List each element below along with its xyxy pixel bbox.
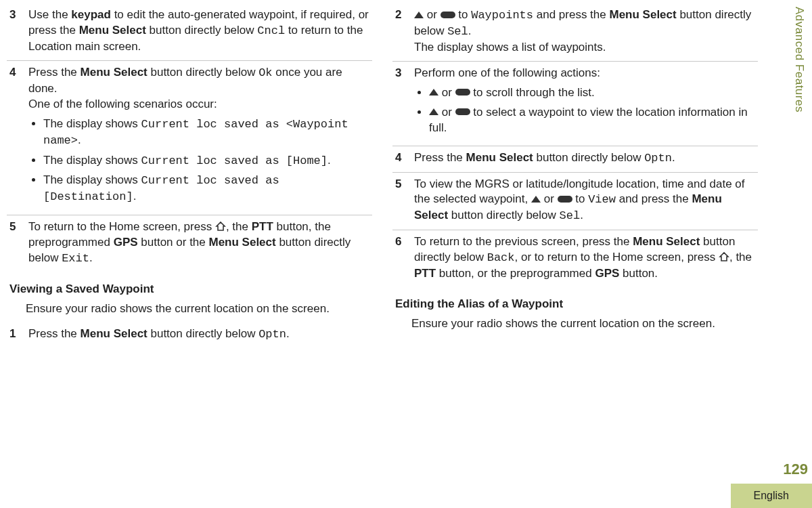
text-mono: Optn xyxy=(644,152,672,165)
text: button directly below xyxy=(148,66,258,79)
text-mono: Sel xyxy=(560,209,581,222)
text-bold: GPS xyxy=(595,267,619,280)
list-item: or to scroll through the list. xyxy=(429,85,758,101)
left-column: 3 Use the keypad to edit the auto-genera… xyxy=(7,3,386,348)
up-arrow-icon xyxy=(429,108,438,115)
step-body: Use the keypad to edit the auto-generate… xyxy=(28,7,372,55)
right-arrow-icon xyxy=(558,196,572,203)
text: or xyxy=(438,86,455,99)
text-bold: Menu Select xyxy=(609,8,676,21)
step-2: 2 or to Waypoints and press the Menu Sel… xyxy=(392,3,758,62)
scenario-list: The display shows Current loc saved as <… xyxy=(28,117,372,206)
text: The display shows xyxy=(43,117,141,130)
step-3r: 3 Perform one of the following actions: … xyxy=(392,62,758,146)
right-column: 2 or to Waypoints and press the Menu Sel… xyxy=(386,3,771,348)
page-number: 129 xyxy=(783,459,808,480)
step-body: Perform one of the following actions: or… xyxy=(414,66,758,140)
step-4r: 4 Press the Menu Select button directly … xyxy=(392,146,758,173)
step-number: 1 xyxy=(7,326,28,343)
step-5: 5 To return to the Home screen, press , … xyxy=(7,215,372,272)
step-number: 5 xyxy=(392,177,414,225)
step-body: Press the Menu Select button directly be… xyxy=(28,65,372,210)
step-3: 3 Use the keypad to edit the auto-genera… xyxy=(7,3,372,61)
text: , the xyxy=(729,251,752,263)
text: . xyxy=(89,251,93,264)
right-arrow-icon xyxy=(455,108,470,115)
text-bold: PTT xyxy=(252,220,273,233)
step-number: 6 xyxy=(392,234,414,282)
step-number: 3 xyxy=(7,7,28,55)
text: and press the xyxy=(533,8,609,21)
step-5r: 5 To view the MGRS or latitude/longitude… xyxy=(392,173,758,231)
step-number: 5 xyxy=(7,219,28,267)
text: One of the following scenarios occur: xyxy=(28,98,217,110)
text: . xyxy=(468,24,472,37)
text: button directly below xyxy=(533,151,644,164)
step-1: 1 Press the Menu Select button directly … xyxy=(7,322,372,348)
text: to xyxy=(455,8,472,21)
list-item: or to select a waypoint to view the loca… xyxy=(429,105,758,136)
text: . xyxy=(133,190,137,203)
text-bold: PTT xyxy=(414,267,436,280)
up-arrow-icon xyxy=(414,12,424,18)
section-heading: Viewing a Saved Waypoint xyxy=(9,282,372,297)
text: or xyxy=(438,106,455,119)
text-mono: Current loc saved as [Home] xyxy=(141,154,328,167)
text: to select a waypoint to view the locatio… xyxy=(429,106,748,134)
text: . xyxy=(672,151,675,164)
text: The display shows xyxy=(43,173,141,186)
text: to xyxy=(572,192,589,205)
text: , the xyxy=(226,220,252,233)
list-item: The display shows Current loc saved as [… xyxy=(43,173,372,205)
text-bold: Menu Select xyxy=(466,151,533,164)
language-box: English xyxy=(731,484,812,508)
step-6r: 6 To return to the previous screen, pres… xyxy=(392,230,758,287)
text: . xyxy=(78,133,81,146)
text: button. xyxy=(619,267,658,280)
text-mono: Ok xyxy=(258,66,272,79)
text: button directly below xyxy=(448,209,559,221)
text: To return to the previous screen, press … xyxy=(414,235,633,248)
text-bold: Menu Select xyxy=(81,66,148,79)
text-bold: GPS xyxy=(114,236,138,249)
intro-text: Ensure your radio shows the current loca… xyxy=(26,301,372,317)
step-body: Press the Menu Select button directly be… xyxy=(28,326,372,343)
text: . xyxy=(286,327,290,340)
text: Press the xyxy=(414,151,466,164)
text: . xyxy=(328,154,331,167)
text: or xyxy=(541,192,558,205)
step-number: 4 xyxy=(7,65,28,210)
text: Press the xyxy=(28,66,81,79)
section-heading: Editing the Alias of a Waypoint xyxy=(395,297,758,312)
text-mono: Exit xyxy=(62,252,89,265)
home-icon xyxy=(719,250,729,266)
text: To return to the Home screen, press xyxy=(28,220,215,233)
text: , or to return to the Home screen, press xyxy=(515,251,719,263)
up-arrow-icon xyxy=(531,196,541,203)
text-mono: Optn xyxy=(258,328,286,341)
text: to scroll through the list. xyxy=(470,86,595,99)
section-label: Advanced Features xyxy=(791,7,807,112)
text: The display shows xyxy=(43,154,141,167)
text-bold: Menu Select xyxy=(81,327,148,340)
text: and press the xyxy=(616,192,692,205)
action-list: or to scroll through the list. or to sel… xyxy=(414,85,758,136)
text-mono: Waypoints xyxy=(471,9,533,22)
step-number: 3 xyxy=(392,66,414,140)
home-icon xyxy=(215,219,226,235)
step-body: To return to the Home screen, press , th… xyxy=(28,219,372,267)
step-body: Press the Menu Select button directly be… xyxy=(414,150,758,167)
text: . xyxy=(580,209,583,221)
list-item: The display shows Current loc saved as <… xyxy=(43,117,372,149)
text: Press the xyxy=(28,327,81,340)
step-number: 2 xyxy=(392,7,414,56)
right-arrow-icon xyxy=(455,89,470,96)
text-bold: keypad xyxy=(71,8,111,21)
text: button directly below xyxy=(148,327,258,340)
text: or xyxy=(424,8,441,21)
text-bold: Menu Select xyxy=(79,24,146,37)
step-body: To view the MGRS or latitude/longitude l… xyxy=(414,177,758,225)
text: The display shows a list of waypoints. xyxy=(414,41,606,54)
intro-text: Ensure your radio shows the current loca… xyxy=(411,316,758,332)
step-4: 4 Press the Menu Select button directly … xyxy=(7,61,372,216)
